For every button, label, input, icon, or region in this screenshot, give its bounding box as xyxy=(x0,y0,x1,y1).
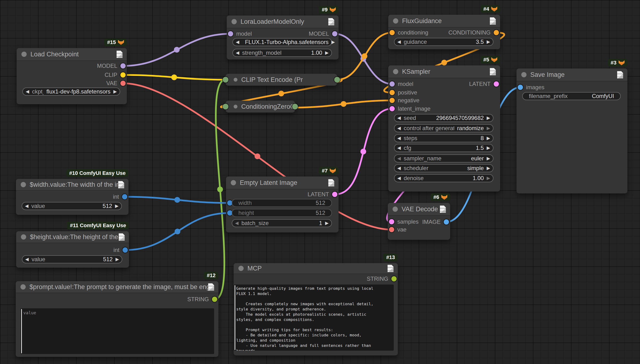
port-dot[interactable] xyxy=(494,81,499,86)
widget-seed[interactable]: ◀seed296694570599682▶ xyxy=(394,114,494,122)
increment-arrow-icon[interactable]: ▶ xyxy=(486,114,490,122)
collapsed-input-dot[interactable] xyxy=(223,77,228,82)
node-height-value-the-height-of-the-ima[interactable]: #11 ComfyUI Easy Use$height.value:The he… xyxy=(16,231,129,268)
mcp-textarea[interactable]: Generate high-quality images from text p… xyxy=(234,284,394,351)
widget-ckpt[interactable]: ◀ckpt_ ...flux1-dev-fp8.safetensors▶ xyxy=(22,88,120,96)
node-fluxguidance[interactable]: #4FluxGuidanceconditioningCONDITIONING◀g… xyxy=(388,15,500,49)
widget-cfg[interactable]: ◀cfg1.5▶ xyxy=(394,144,494,152)
increment-arrow-icon[interactable]: ▶ xyxy=(486,144,490,152)
decrement-arrow-icon[interactable]: ◀ xyxy=(397,144,401,152)
increment-arrow-icon[interactable]: ▶ xyxy=(486,174,490,182)
collapsed-output-dot[interactable] xyxy=(292,104,298,110)
widget-batch-size[interactable]: ◀batch_size1▶ xyxy=(232,219,332,227)
node-save-image[interactable]: #3Save Imageimagesfilename_prefixComfyUI xyxy=(516,68,628,194)
node-badge-label: #10 ComfyUI Easy Use xyxy=(69,170,126,176)
widget-control-after-generate[interactable]: ◀control after generaterandomize▶ xyxy=(394,124,494,132)
widget-guidance[interactable]: ◀guidance3.5▶ xyxy=(394,38,494,46)
port-dot[interactable] xyxy=(120,72,126,78)
decrement-arrow-icon[interactable]: ◀ xyxy=(235,220,239,227)
widget-denoise[interactable]: ◀denoise1.00▶ xyxy=(394,174,494,182)
decrement-arrow-icon[interactable]: ◀ xyxy=(397,38,401,46)
port-dot[interactable] xyxy=(390,98,395,103)
port-dot[interactable] xyxy=(390,90,395,95)
node-prompt-value-the-prompt-to-generate-the-im[interactable]: #12$prompt.value!:The prompt to generate… xyxy=(16,281,218,357)
node-titlebar[interactable]: Load Checkpoint xyxy=(17,48,127,61)
node-badge-label: #13 xyxy=(386,254,395,260)
widget-height[interactable]: height512 xyxy=(232,209,332,217)
port-dot[interactable] xyxy=(212,297,217,302)
node-empty-latent-image[interactable]: #7Empty Latent ImageLATENTwidth512height… xyxy=(226,176,338,232)
port-dot[interactable] xyxy=(518,85,523,90)
decrement-arrow-icon[interactable]: ◀ xyxy=(397,135,401,142)
port-dot[interactable] xyxy=(122,248,128,253)
widget-value[interactable]: ◀value512▶ xyxy=(22,202,122,210)
increment-arrow-icon[interactable]: ▶ xyxy=(486,125,490,132)
node-conditioningzeroout[interactable]: ConditioningZeroOut xyxy=(226,101,295,112)
widget-width[interactable]: width512 xyxy=(232,199,332,207)
node-vae-decode[interactable]: #6VAE DecodesamplesvaeIMAGE xyxy=(388,203,450,240)
decrement-arrow-icon[interactable]: ◀ xyxy=(397,174,401,182)
node-graph-canvas[interactable]: #15Load CheckpointMODELCLIPVAE◀ckpt_ ...… xyxy=(0,0,640,364)
widget-filename-prefix[interactable]: filename_prefixComfyUI xyxy=(522,92,621,100)
node-load-checkpoint[interactable]: #15Load CheckpointMODELCLIPVAE◀ckpt_ ...… xyxy=(17,48,127,104)
collapsed-input-dot[interactable] xyxy=(223,104,228,110)
node-titlebar[interactable]: VAE Decode xyxy=(388,203,450,216)
decrement-arrow-icon[interactable]: ◀ xyxy=(397,165,401,172)
port-dot[interactable] xyxy=(122,194,127,199)
port-dot[interactable] xyxy=(390,106,395,111)
widget-value[interactable]: ◀value512▶ xyxy=(22,255,122,263)
widget-steps[interactable]: ◀steps8▶ xyxy=(394,134,494,142)
port-dot[interactable] xyxy=(332,31,337,36)
port-dot[interactable] xyxy=(332,192,337,197)
decrement-arrow-icon[interactable]: ◀ xyxy=(25,202,28,210)
increment-arrow-icon[interactable]: ▶ xyxy=(325,220,328,227)
widget-value: 1.00 xyxy=(311,50,322,56)
decrement-arrow-icon[interactable]: ◀ xyxy=(397,155,401,162)
widget-sampler-name[interactable]: ◀sampler_nameeuler▶ xyxy=(394,154,494,162)
increment-arrow-icon[interactable]: ▶ xyxy=(115,202,118,210)
port-dot[interactable] xyxy=(444,219,449,224)
decrement-arrow-icon[interactable]: ◀ xyxy=(397,114,401,122)
node-width-value-the-width-of-the-imag[interactable]: #10 ComfyUI Easy Use$width.value:The wid… xyxy=(16,179,128,215)
node-titlebar[interactable]: Empty Latent Image xyxy=(226,176,338,190)
increment-arrow-icon[interactable]: ▶ xyxy=(486,38,490,46)
decrement-arrow-icon[interactable]: ◀ xyxy=(25,256,29,263)
increment-arrow-icon[interactable]: ▶ xyxy=(486,165,490,172)
node-titlebar[interactable]: $width.value:The width of the imag xyxy=(16,179,128,191)
decrement-arrow-icon[interactable]: ◀ xyxy=(397,125,401,132)
decrement-arrow-icon[interactable]: ◀ xyxy=(236,38,239,46)
widget-scheduler[interactable]: ◀schedulersimple▶ xyxy=(394,164,494,172)
node-titlebar[interactable]: $prompt.value!:The prompt to generate th… xyxy=(16,281,218,293)
decrement-arrow-icon[interactable]: ◀ xyxy=(26,88,29,95)
node-loraloadermodelonly[interactable]: #9LoraLoaderModelOnlymodelMODEL◀.FLUX.1-… xyxy=(227,16,338,60)
node-titlebar[interactable]: Save Image xyxy=(516,68,628,81)
widget-strength-model[interactable]: ◀strength_model1.00▶ xyxy=(232,49,332,57)
decrement-arrow-icon[interactable]: ◀ xyxy=(236,49,239,56)
increment-arrow-icon[interactable]: ▶ xyxy=(486,135,490,142)
node-status-icon xyxy=(234,105,238,108)
node-titlebar[interactable]: KSampler xyxy=(388,66,500,78)
node-ksampler[interactable]: #5KSamplermodelpositivenegativelatent_im… xyxy=(388,66,500,192)
increment-arrow-icon[interactable]: ▶ xyxy=(116,256,119,263)
node-mcp[interactable]: #13MCPSTRINGGenerate high-quality images… xyxy=(234,263,398,356)
collapsed-output-dot[interactable] xyxy=(334,77,340,82)
widget-label: height xyxy=(238,210,254,216)
node-clip-text-encode-pr[interactable]: CLIP Text Encode (Pr xyxy=(226,74,337,86)
increment-arrow-icon[interactable]: ▶ xyxy=(486,155,490,162)
node-titlebar[interactable]: MCP xyxy=(234,263,398,274)
node-titlebar[interactable]: $height.value:The height of the ima xyxy=(16,231,129,243)
increment-arrow-icon[interactable]: ▶ xyxy=(325,49,328,56)
increment-arrow-icon[interactable]: ▶ xyxy=(113,88,117,95)
node-status-icon xyxy=(21,182,26,187)
port-dot[interactable] xyxy=(494,30,499,35)
widget-[interactable]: ◀.FLUX.1-Turbo-Alpha.safetensors▶ xyxy=(232,38,332,46)
port-dot[interactable] xyxy=(120,63,126,68)
prompt-textarea[interactable]: value xyxy=(20,308,214,354)
port-dot[interactable] xyxy=(392,276,396,282)
port-dot[interactable] xyxy=(389,227,394,232)
increment-arrow-icon[interactable]: ▶ xyxy=(332,38,335,46)
port-dot[interactable] xyxy=(120,81,126,86)
node-titlebar[interactable]: FluxGuidance xyxy=(388,15,500,28)
node-titlebar[interactable]: LoraLoaderModelOnly xyxy=(227,16,338,28)
input-port-latent-image: latent_image xyxy=(388,106,500,112)
